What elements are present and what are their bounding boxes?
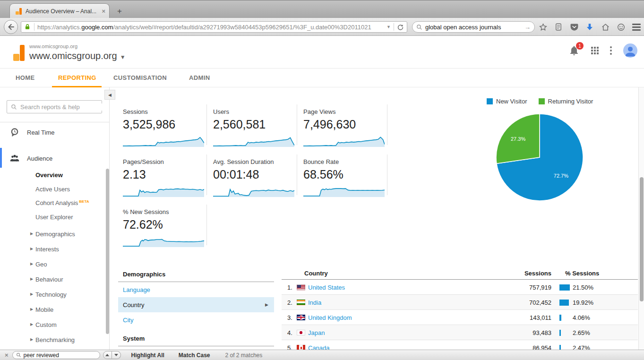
home-icon[interactable] [601, 22, 610, 32]
sidebar-item-overview[interactable]: Overview [35, 171, 63, 179]
more-options-icon[interactable] [610, 46, 612, 55]
findbar-field[interactable] [12, 351, 100, 359]
find-next-button[interactable] [112, 351, 121, 359]
highlight-all-button[interactable]: Highlight All [131, 352, 164, 359]
tab-title: Audience Overview – Anal... [26, 8, 99, 15]
bookmark-star-icon[interactable] [538, 22, 548, 32]
pct-bar [559, 300, 569, 306]
sessions-value: 143,011 [495, 314, 551, 321]
country-link[interactable]: United States [308, 284, 345, 291]
country-link[interactable]: Canada [308, 344, 330, 350]
sidebar-item-mobile[interactable]: Mobile [35, 306, 53, 313]
panel-item-language[interactable]: Language [118, 282, 274, 297]
sidebar-item-user-explorer[interactable]: User Explorer [35, 214, 73, 221]
url-separator2 [394, 23, 394, 31]
sidebar-item-benchmarking[interactable]: Benchmarking [35, 336, 75, 343]
row-rank: 5. [287, 344, 292, 350]
sidebar-scrollbar-thumb[interactable] [106, 169, 109, 334]
nav-admin[interactable]: ADMIN [189, 74, 210, 81]
report-content: Sessions 3,525,986 Users 2,560,581 Page … [110, 87, 638, 350]
browser-tab[interactable]: Audience Overview – Anal... × [9, 3, 110, 18]
browser-search-input[interactable] [425, 24, 524, 31]
sparkline-users [213, 134, 294, 147]
menu-hamburger-icon[interactable] [632, 22, 641, 32]
nav-customisation[interactable]: CUSTOMISATION [113, 74, 167, 81]
new-tab-button[interactable]: + [113, 5, 126, 17]
sidebar-search-input[interactable] [20, 103, 103, 111]
country-link[interactable]: United Kingdom [308, 314, 352, 321]
property-caret-icon: ▼ [120, 54, 126, 60]
account-name-small: www.omicsgroup.org [29, 43, 77, 49]
property-selector[interactable]: www.omicsgroup.org▼ [29, 51, 126, 61]
table-row: 1. United States 757,919 21.50% [282, 280, 638, 295]
pct-value: 4.06% [573, 314, 590, 321]
sidebar-item-active-users[interactable]: Active Users [35, 186, 70, 193]
metric-card-bounce-rate: Bounce Rate 68.56% [303, 155, 388, 207]
findbar-input[interactable] [24, 352, 97, 359]
row-rank: 4. [287, 329, 292, 336]
pocket-icon[interactable] [569, 22, 579, 32]
url-text[interactable]: https://analytics.google.com/analytics/w… [37, 24, 384, 31]
visitor-type-pie-chart[interactable]: 72.7%27.3% [492, 110, 587, 205]
flag-in-icon [297, 300, 305, 305]
flag-jp-icon [297, 330, 305, 335]
sidebar-item-demographics[interactable]: Demographics [35, 231, 75, 238]
findbar-search-icon [16, 352, 21, 358]
expand-arrow-icon: ▶ [30, 307, 33, 311]
sidebar-collapse-button[interactable]: ◀ [104, 90, 115, 100]
sidebar-item-geo[interactable]: Geo [35, 261, 47, 268]
expand-arrow-icon: ▶ [30, 292, 33, 296]
apps-grid-icon[interactable] [591, 47, 599, 54]
metric-label: Pages/Session [123, 155, 208, 165]
reading-list-icon[interactable] [554, 22, 563, 32]
header-country[interactable]: Country [304, 270, 328, 277]
find-previous-button[interactable] [103, 351, 112, 359]
metric-value: 72.62% [123, 218, 208, 231]
panel-item-country[interactable]: Country▶ [118, 297, 274, 312]
metric-label: % New Sessions [123, 206, 208, 215]
notifications-bell-icon[interactable]: 1 [568, 45, 580, 56]
back-button[interactable] [4, 20, 18, 34]
findbar-close-icon[interactable]: × [5, 351, 9, 359]
country-link[interactable]: India [308, 299, 321, 306]
sidebar-item-cohort-analysis[interactable]: Cohort AnalysisBETA [35, 199, 89, 206]
url-bar[interactable]: https://analytics.google.com/analytics/w… [21, 21, 407, 33]
nav-reporting[interactable]: REPORTING [58, 74, 96, 81]
search-go-icon[interactable]: → [524, 24, 531, 31]
panel-item-city[interactable]: City [118, 312, 274, 327]
country-link[interactable]: Japan [308, 329, 325, 336]
sidebar-item-interests[interactable]: Interests [35, 246, 59, 253]
url-dropdown-icon[interactable]: ▼ [386, 25, 391, 29]
sidebar-search-box[interactable] [7, 100, 102, 113]
table-header: Country Sessions % Sessions [282, 266, 638, 280]
user-avatar[interactable] [623, 43, 637, 58]
metric-value: 68.56% [303, 168, 388, 181]
flag-gb-icon [297, 315, 305, 320]
beta-badge: BETA [79, 199, 89, 204]
page-scrollbar[interactable] [638, 87, 644, 350]
pie-slice-label: 72.7% [554, 173, 568, 179]
sidebar-item-audience[interactable]: Audience [0, 150, 109, 167]
browser-window: Audience Overview – Anal... × + https://… [0, 0, 644, 360]
chevron-up-icon [105, 354, 109, 356]
url-separator [34, 23, 34, 31]
tab-close-icon[interactable]: × [102, 8, 105, 15]
nav-home[interactable]: HOME [16, 74, 35, 81]
match-case-button[interactable]: Match Case [179, 352, 210, 359]
pct-bar [559, 284, 570, 291]
reload-icon[interactable] [397, 24, 404, 31]
header-sessions[interactable]: Sessions [495, 270, 551, 277]
browser-search-bar[interactable]: → [412, 21, 535, 33]
page-scrollbar-thumb[interactable] [640, 177, 644, 301]
sidebar-item-technology[interactable]: Technology [35, 291, 67, 298]
panel-item-browser[interactable]: Browser [118, 346, 274, 350]
sidebar-item-real-time[interactable]: Real Time [0, 124, 109, 141]
sidebar-divider [0, 122, 109, 122]
header-pct-sessions[interactable]: % Sessions [565, 270, 599, 277]
downloads-icon[interactable] [585, 22, 594, 32]
hello-smiley-icon[interactable] [616, 22, 626, 32]
sidebar-item-behaviour[interactable]: Behaviour [35, 276, 63, 283]
findbar-nav-buttons [103, 351, 121, 359]
card-divider [387, 154, 387, 195]
sidebar-item-custom[interactable]: Custom [35, 321, 57, 328]
